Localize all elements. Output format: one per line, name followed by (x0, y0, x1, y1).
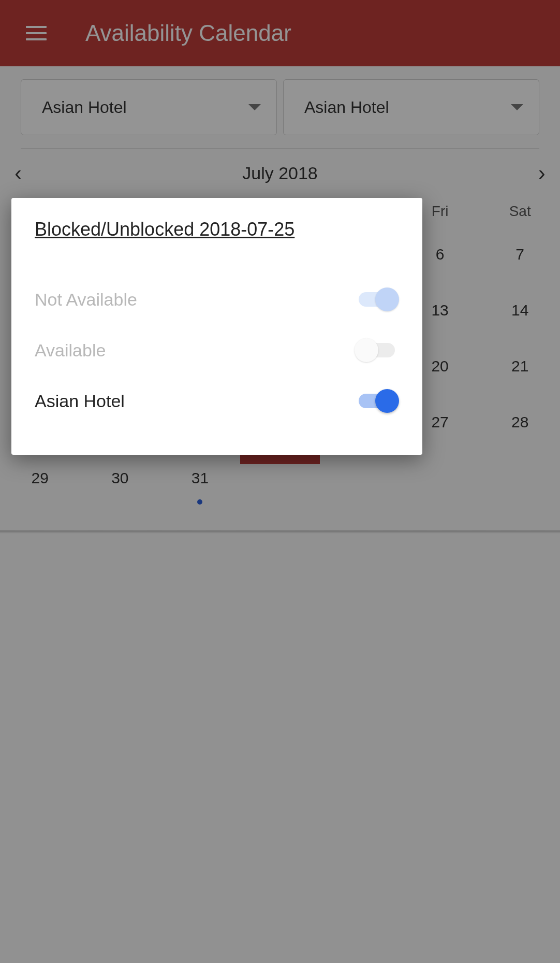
switch-thumb (355, 338, 378, 362)
toggle-label: Available (35, 340, 106, 361)
toggle-row-asian-hotel: Asian Hotel (35, 376, 399, 426)
modal-overlay[interactable] (0, 0, 560, 963)
toggle-asian-hotel[interactable] (355, 389, 399, 413)
toggle-label: Asian Hotel (35, 391, 125, 411)
switch-thumb (375, 389, 399, 413)
blocked-unblocked-dialog: Blocked/Unblocked 2018-07-25 Not Availab… (11, 198, 422, 455)
dialog-title: Blocked/Unblocked 2018-07-25 (35, 219, 399, 240)
toggle-available (355, 338, 399, 362)
toggle-not-available (355, 288, 399, 311)
toggle-row-not-available: Not Available (35, 274, 399, 325)
switch-thumb (375, 288, 399, 311)
toggle-label: Not Available (35, 290, 137, 310)
toggle-row-available: Available (35, 325, 399, 376)
